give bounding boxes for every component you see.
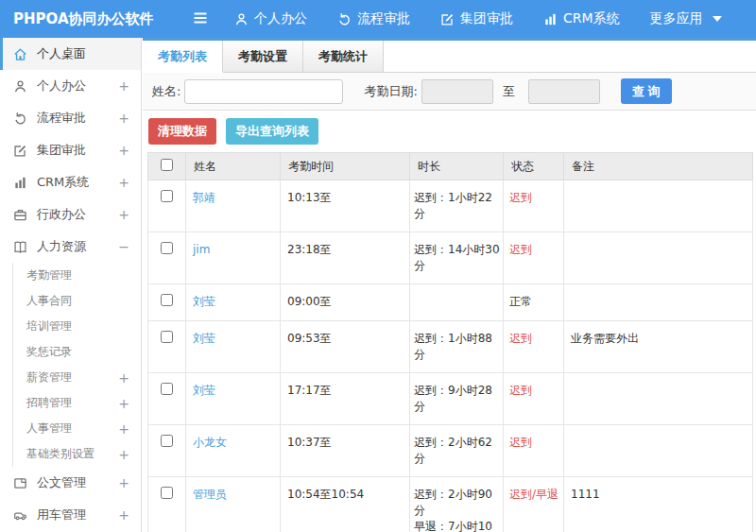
date-from-input[interactable] xyxy=(421,79,493,104)
employee-name-link[interactable]: 刘莹 xyxy=(193,384,215,397)
sidebar-item-salary-management[interactable]: 薪资管理+ xyxy=(0,365,141,390)
nav-item-more-apps[interactable]: 更多应用 xyxy=(650,10,722,27)
table-row: 管理员10:54至10:54迟到：2小时90分早退：7小时10分迟到/早退111… xyxy=(148,477,753,532)
sidebar-item-label: 个人办公 xyxy=(37,77,86,94)
name-filter-input[interactable] xyxy=(184,79,343,104)
cell-note xyxy=(564,232,753,284)
row-checkbox[interactable] xyxy=(161,190,173,202)
row-checkbox[interactable] xyxy=(161,242,173,254)
column-header: 状态 xyxy=(504,153,564,180)
cell-duration: 迟到：9小时28分 xyxy=(410,373,504,425)
date-to-input[interactable] xyxy=(528,79,600,104)
expand-plus-icon: + xyxy=(118,447,129,462)
app-window: PHPOA协同办公软件 个人办公流程审批集团审批CRM系统更多应用 个人桌面个人… xyxy=(0,0,756,532)
cell-duration: 迟到：14小时30分 xyxy=(410,232,504,284)
sidebar-item-label: 集团审批 xyxy=(37,142,86,159)
sidebar-item-admin-office[interactable]: 行政办公+ xyxy=(0,198,141,231)
sidebar-item-workflow-approval[interactable]: 流程审批+ xyxy=(0,102,141,134)
sidebar-item-group-approval[interactable]: 集团审批+ xyxy=(0,134,141,166)
search-button[interactable]: 查 询 xyxy=(621,78,672,104)
expand-plus-icon: + xyxy=(118,111,129,126)
employee-name-link[interactable]: 管理员 xyxy=(193,488,227,501)
sidebar-item-label: 行政办公 xyxy=(37,206,86,223)
cell-status: 迟到/早退 xyxy=(504,477,564,532)
row-checkbox[interactable] xyxy=(161,487,173,499)
sidebar-item-label: 考勤管理 xyxy=(26,267,72,283)
book-icon xyxy=(13,240,29,254)
row-checkbox[interactable] xyxy=(161,435,173,447)
export-list-button[interactable]: 导出查询列表 xyxy=(226,118,318,145)
select-all-checkbox[interactable] xyxy=(161,159,173,171)
cell-duration xyxy=(410,284,504,321)
tab-label: 考勤设置 xyxy=(238,49,287,63)
main-content: 考勤列表考勤设置考勤统计 姓名: 考勤日期: 至 查 询 清理数据 导出查询列表… xyxy=(143,38,756,532)
sidebar-item-human-resources[interactable]: 人力资源− xyxy=(0,231,141,263)
row-checkbox[interactable] xyxy=(161,294,173,306)
nav-item-label: 流程审批 xyxy=(357,10,410,27)
table-header-row: 姓名考勤时间时长状态备注 xyxy=(148,153,753,180)
table-row: 郭靖10:13至迟到：1小时22分迟到 xyxy=(148,180,753,232)
briefcase-icon xyxy=(13,208,29,222)
cell-status: 迟到 xyxy=(504,180,564,232)
date-filter-label: 考勤日期: xyxy=(364,83,417,100)
sidebar-item-reward-punishment[interactable]: 奖惩记录 xyxy=(0,339,141,365)
cell-time: 10:37至 xyxy=(281,425,410,477)
sidebar-item-label: 奖惩记录 xyxy=(26,344,72,360)
employee-name-link[interactable]: 刘莹 xyxy=(193,332,215,345)
cell-status: 正常 xyxy=(504,284,564,321)
sidebar-item-label: 人事合同 xyxy=(26,293,72,309)
app-logo: PHPOA协同办公软件 xyxy=(13,0,154,38)
tab-label: 考勤统计 xyxy=(318,49,368,63)
car-icon xyxy=(13,508,29,523)
sidebar-item-personnel-contract[interactable]: 人事合同 xyxy=(0,288,141,314)
employee-name-link[interactable]: 小龙女 xyxy=(193,436,227,449)
table-row: 小龙女10:37至迟到：2小时62分迟到 xyxy=(148,425,753,477)
cell-name: 刘莹 xyxy=(186,373,281,425)
sidebar-item-training-management[interactable]: 培训管理 xyxy=(0,314,141,339)
nav-item-workflow-approval[interactable]: 流程审批 xyxy=(337,10,410,27)
row-checkbox[interactable] xyxy=(161,383,173,395)
sidebar-item-document-management[interactable]: 公文管理+ xyxy=(0,467,141,499)
menu-toggle-button[interactable] xyxy=(192,0,209,38)
expand-plus-icon: + xyxy=(118,475,129,490)
sidebar-item-crm-system[interactable]: CRM系统+ xyxy=(0,166,141,198)
top-nav: 个人办公流程审批集团审批CRM系统更多应用 xyxy=(234,0,722,38)
cell-name: 刘莹 xyxy=(186,321,281,373)
table-row: 刘莹17:17至迟到：9小时28分迟到 xyxy=(148,373,753,425)
employee-name-link[interactable]: jim xyxy=(193,243,210,256)
top-header: PHPOA协同办公软件 个人办公流程审批集团审批CRM系统更多应用 xyxy=(0,0,756,38)
flow-icon xyxy=(13,112,29,126)
nav-item-label: 个人办公 xyxy=(254,10,307,27)
caret-down-icon xyxy=(713,16,722,22)
sidebar-item-recruitment-management[interactable]: 招聘管理+ xyxy=(0,390,141,416)
nav-item-personal-office[interactable]: 个人办公 xyxy=(234,10,307,27)
table-row: 刘莹09:53至迟到：1小时88分迟到业务需要外出 xyxy=(148,321,753,373)
sidebar-item-base-category-settings[interactable]: 基础类别设置+ xyxy=(0,441,141,467)
tab-attendance-stats[interactable]: 考勤统计 xyxy=(303,41,384,72)
nav-item-label: 更多应用 xyxy=(650,10,703,27)
tab-attendance-list[interactable]: 考勤列表 xyxy=(143,41,223,73)
attendance-table-body: 郭靖10:13至迟到：1小时22分迟到jim23:18至迟到：14小时30分迟到… xyxy=(148,180,753,532)
expand-plus-icon: + xyxy=(118,175,129,190)
sidebar-item-vehicle-management[interactable]: 用车管理+ xyxy=(0,499,141,531)
sidebar-item-personal-office[interactable]: 个人办公+ xyxy=(0,70,141,102)
sidebar-item-personal-desktop[interactable]: 个人桌面 xyxy=(0,38,141,70)
row-checkbox[interactable] xyxy=(161,331,173,343)
sidebar-item-label: 公文管理 xyxy=(37,474,86,491)
nav-item-crm-system[interactable]: CRM系统 xyxy=(543,10,620,27)
tab-attendance-settings[interactable]: 考勤设置 xyxy=(223,41,303,72)
sidebar: 个人桌面个人办公+流程审批+集团审批+CRM系统+行政办公+人力资源−考勤管理人… xyxy=(0,38,142,532)
cell-name: jim xyxy=(186,232,281,284)
cell-note xyxy=(564,373,753,425)
sidebar-item-personnel-management[interactable]: 人事管理+ xyxy=(0,416,141,441)
sidebar-item-attendance-management[interactable]: 考勤管理 xyxy=(0,263,141,288)
cell-duration: 迟到：1小时22分 xyxy=(410,180,504,232)
expand-plus-icon: + xyxy=(118,421,129,437)
sidebar-item-label: 人力资源 xyxy=(37,238,86,255)
employee-name-link[interactable]: 刘莹 xyxy=(193,295,215,308)
sidebar-item-label: 人事管理 xyxy=(26,420,72,437)
nav-item-group-approval[interactable]: 集团审批 xyxy=(440,10,513,27)
employee-name-link[interactable]: 郭靖 xyxy=(193,191,215,204)
clean-data-button[interactable]: 清理数据 xyxy=(148,118,216,145)
table-row: jim23:18至迟到：14小时30分迟到 xyxy=(148,232,753,284)
